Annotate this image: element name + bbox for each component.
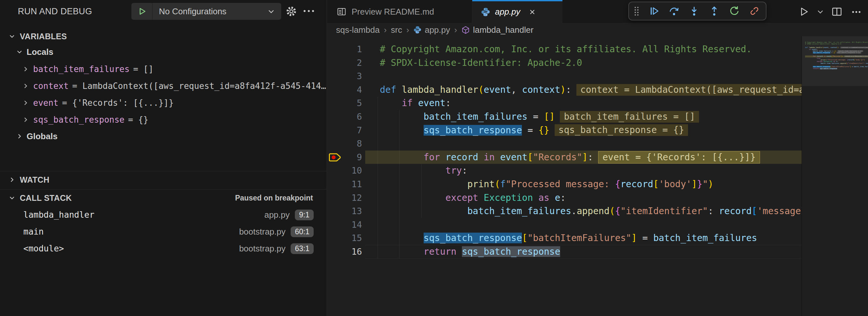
code-line-content[interactable]: # Copyright Amazon.com, Inc. or its affi… bbox=[365, 42, 802, 56]
gripper-icon[interactable] bbox=[629, 6, 644, 16]
breakpoint-current-line-icon[interactable] bbox=[327, 151, 344, 164]
more-actions-icon[interactable] bbox=[304, 10, 314, 12]
more-actions-icon[interactable] bbox=[848, 3, 865, 20]
gear-icon[interactable] bbox=[285, 5, 297, 17]
disconnect-icon[interactable] bbox=[744, 2, 765, 20]
run-dropdown-chevron-icon[interactable] bbox=[815, 3, 826, 20]
call-stack-section-header[interactable]: CALL STACK Paused on breakpoint bbox=[0, 190, 327, 206]
stack-frame-row[interactable]: <module> bootstrap.py 63:1 bbox=[0, 240, 327, 257]
scope-locals[interactable]: Locals bbox=[0, 44, 327, 60]
breadcrumb-item[interactable]: lambda_handler bbox=[461, 25, 533, 35]
code-line-content[interactable] bbox=[365, 69, 802, 83]
code-line-content[interactable]: batch_item_failures.append({"itemIdentif… bbox=[365, 204, 802, 218]
code-line-content[interactable]: try: bbox=[365, 164, 802, 178]
code-line: 4def lambda_handler(event, context):cont… bbox=[327, 83, 802, 97]
chevron-collapsed-icon[interactable] bbox=[16, 133, 23, 140]
line-number[interactable]: 16 bbox=[344, 245, 365, 259]
code-line-content[interactable]: if event: bbox=[365, 96, 802, 110]
glyph-margin[interactable] bbox=[327, 164, 344, 178]
line-number[interactable]: 4 bbox=[344, 83, 365, 97]
tab-preview-readme[interactable]: Preview README.md bbox=[327, 0, 472, 23]
line-number[interactable]: 13 bbox=[344, 204, 365, 218]
glyph-margin[interactable] bbox=[327, 204, 344, 218]
variables-section-header[interactable]: VARIABLES bbox=[0, 29, 327, 44]
variable-row[interactable]: sqs_batch_response = {} bbox=[0, 111, 327, 128]
code-line-content[interactable]: sqs_batch_response["batchItemFailures"] … bbox=[365, 231, 802, 245]
code-editor[interactable]: 1# Copyright Amazon.com, Inc. or its aff… bbox=[327, 36, 802, 316]
line-number[interactable]: 14 bbox=[344, 218, 365, 232]
scope-globals[interactable]: Globals bbox=[0, 128, 327, 145]
stack-frame-row[interactable]: main bootstrap.py 60:1 bbox=[0, 223, 327, 240]
step-into-icon[interactable] bbox=[684, 2, 704, 20]
chevron-collapsed-icon[interactable] bbox=[22, 66, 29, 73]
variable-row[interactable]: batch_item_failures = [] bbox=[0, 61, 327, 77]
glyph-margin[interactable] bbox=[327, 83, 344, 97]
glyph-margin[interactable] bbox=[327, 137, 344, 151]
code-line: 9 for record in event["Records"]:event =… bbox=[327, 151, 802, 164]
glyph-margin[interactable] bbox=[327, 96, 344, 110]
line-number[interactable]: 5 bbox=[344, 96, 365, 110]
line-number[interactable]: 3 bbox=[344, 69, 365, 83]
run-icon[interactable] bbox=[795, 3, 812, 20]
tab-app-py[interactable]: app.py bbox=[472, 0, 562, 24]
line-number[interactable]: 12 bbox=[344, 191, 365, 205]
line-number[interactable]: 11 bbox=[344, 178, 365, 191]
line-number[interactable]: 15 bbox=[344, 231, 365, 245]
chevron-expanded-icon[interactable] bbox=[8, 194, 16, 202]
code-line-content[interactable] bbox=[365, 137, 802, 151]
line-number[interactable]: 1 bbox=[344, 42, 365, 56]
breadcrumb-item[interactable]: src bbox=[391, 25, 402, 35]
split-editor-icon[interactable] bbox=[829, 3, 845, 20]
chevron-collapsed-icon[interactable] bbox=[22, 83, 29, 90]
debug-configuration-dropdown[interactable]: No Configurations bbox=[131, 3, 281, 20]
glyph-margin[interactable] bbox=[327, 191, 344, 205]
code-line-content[interactable]: print(f"Processed message: {record['body… bbox=[365, 178, 802, 191]
variable-row[interactable]: context = LambdaContext([aws_request_id=… bbox=[0, 77, 327, 94]
line-number[interactable]: 2 bbox=[344, 56, 365, 70]
chevron-collapsed-icon[interactable] bbox=[22, 116, 29, 123]
tab-bar: Preview README.md app.py bbox=[327, 0, 868, 23]
code-line-content[interactable]: def lambda_handler(event, context):conte… bbox=[365, 83, 802, 97]
code-line: 11 print(f"Processed message: {record['b… bbox=[327, 178, 802, 191]
chevron-collapsed-icon[interactable] bbox=[22, 99, 29, 106]
stack-frame-row[interactable]: lambda_handler app.py 9:1 bbox=[0, 206, 327, 223]
line-number[interactable]: 9 bbox=[344, 151, 365, 164]
chevron-expanded-icon[interactable] bbox=[8, 32, 16, 40]
step-over-icon[interactable] bbox=[664, 2, 684, 20]
glyph-margin[interactable] bbox=[327, 42, 344, 56]
glyph-margin[interactable] bbox=[327, 110, 344, 124]
code-line: 1# Copyright Amazon.com, Inc. or its aff… bbox=[327, 42, 802, 56]
chevron-down-icon bbox=[267, 7, 281, 15]
line-number[interactable]: 6 bbox=[344, 110, 365, 124]
code-line-content[interactable] bbox=[365, 218, 802, 232]
step-out-icon[interactable] bbox=[704, 2, 724, 20]
breadcrumb-item[interactable]: sqs-lambda bbox=[336, 25, 379, 35]
watch-section-header[interactable]: WATCH bbox=[0, 172, 327, 188]
glyph-margin[interactable] bbox=[327, 245, 344, 259]
code-line-content[interactable]: except Exception as e: bbox=[365, 191, 802, 205]
glyph-margin[interactable] bbox=[327, 231, 344, 245]
start-debug-icon[interactable] bbox=[131, 3, 152, 20]
glyph-margin[interactable] bbox=[327, 124, 344, 137]
line-number[interactable]: 8 bbox=[344, 137, 365, 151]
code-line-content[interactable]: sqs_batch_response = {}sqs_batch_respons… bbox=[365, 124, 802, 137]
glyph-margin[interactable] bbox=[327, 69, 344, 83]
glyph-margin[interactable] bbox=[327, 178, 344, 191]
code-line-content[interactable]: batch_item_failures = []batch_item_failu… bbox=[365, 110, 802, 124]
chevron-collapsed-icon[interactable] bbox=[8, 176, 16, 184]
code-line-content[interactable]: return sqs_batch_response bbox=[365, 245, 802, 259]
glyph-margin[interactable] bbox=[327, 218, 344, 232]
variable-row[interactable]: event = {'Records': [{...}]} bbox=[0, 94, 327, 111]
breadcrumb-item[interactable]: app.py bbox=[413, 25, 450, 35]
line-number[interactable]: 7 bbox=[344, 124, 365, 137]
chevron-expanded-icon[interactable] bbox=[16, 48, 23, 56]
close-icon[interactable] bbox=[528, 8, 536, 16]
glyph-margin[interactable] bbox=[327, 56, 344, 70]
line-number[interactable]: 10 bbox=[344, 164, 365, 178]
code-line-content[interactable]: for record in event["Records"]:event = {… bbox=[365, 151, 802, 164]
continue-icon[interactable] bbox=[644, 2, 664, 20]
code-line-content[interactable]: # SPDX-License-Identifier: Apache-2.0 bbox=[365, 56, 802, 70]
inline-debug-value: event = {'Records': [{...}]} bbox=[598, 151, 760, 163]
restart-icon[interactable] bbox=[724, 2, 744, 20]
minimap[interactable]: # Copyright Amazon.com, Inc. or its affi… bbox=[802, 36, 868, 316]
